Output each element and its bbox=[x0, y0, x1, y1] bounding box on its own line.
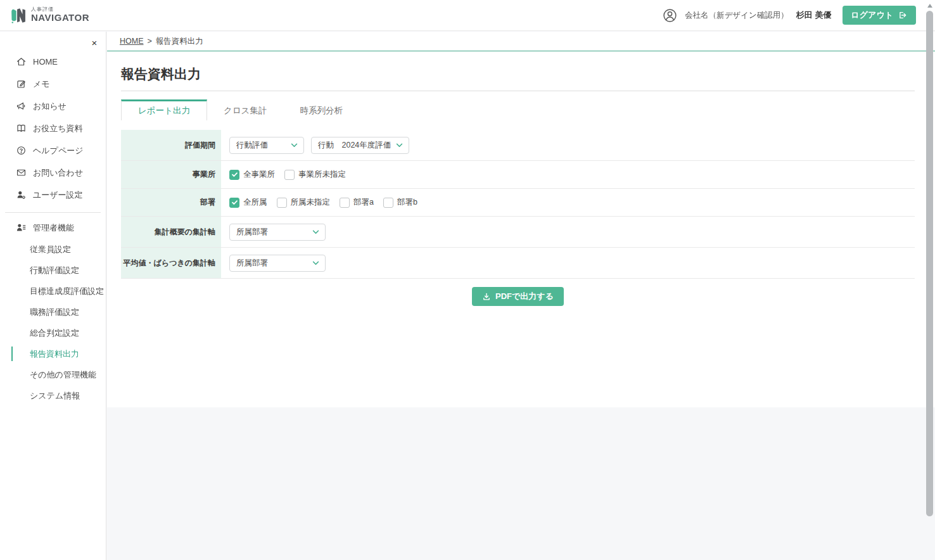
checkbox-icon bbox=[229, 170, 239, 180]
breadcrumb-separator: > bbox=[148, 37, 152, 46]
tab-label: クロス集計 bbox=[224, 105, 267, 117]
evaluation-period-select[interactable]: 行動 2024年度評価 bbox=[311, 137, 409, 154]
checkbox-all-offices[interactable]: 全事業所 bbox=[229, 169, 275, 180]
page-title: 報告資料出力 bbox=[121, 51, 915, 91]
sidebar-item-resources[interactable]: お役立ち資料 bbox=[0, 117, 106, 139]
tab-bar: レポート出力 クロス集計 時系列分析 bbox=[121, 99, 915, 120]
sidebar-item-label: 職務評価設定 bbox=[30, 307, 79, 318]
download-icon bbox=[482, 292, 491, 301]
pdf-export-button[interactable]: PDFで出力する bbox=[472, 287, 564, 306]
mail-icon bbox=[16, 167, 27, 178]
field-label: 評価期間 bbox=[121, 130, 221, 160]
user-avatar-icon bbox=[663, 8, 677, 23]
tab-time-series-analysis[interactable]: 時系列分析 bbox=[283, 99, 359, 120]
logout-label: ログアウト bbox=[851, 10, 893, 21]
sidebar-divider bbox=[5, 212, 101, 213]
scroll-up-arrow-icon[interactable] bbox=[927, 4, 932, 8]
app-logo[interactable]: 人事評価 NAVIGATOR bbox=[9, 6, 89, 25]
chevron-down-icon bbox=[291, 143, 298, 148]
checkbox-label: 部署a bbox=[353, 197, 374, 208]
logout-button[interactable]: ログアウト bbox=[843, 6, 916, 25]
sidebar-item-label: 従業員設定 bbox=[30, 244, 71, 255]
home-icon bbox=[16, 56, 27, 67]
check-icon bbox=[231, 171, 238, 178]
field-label: 事業所 bbox=[121, 161, 221, 188]
sidebar-item-contact[interactable]: お問い合わせ bbox=[0, 162, 106, 184]
tab-cross-tabulation[interactable]: クロス集計 bbox=[207, 99, 283, 120]
sidebar-item-employee-settings[interactable]: 従業員設定 bbox=[0, 239, 106, 260]
sidebar-item-label: お知らせ bbox=[33, 101, 67, 112]
sidebar-item-label: お役立ち資料 bbox=[33, 123, 83, 134]
sidebar-item-label: 管理者機能 bbox=[33, 222, 74, 234]
admin-person-list-icon bbox=[16, 222, 27, 233]
checkbox-label: 全事業所 bbox=[243, 169, 275, 180]
select-value: 所属部署 bbox=[236, 258, 268, 269]
sidebar-item-notices[interactable]: お知らせ bbox=[0, 95, 106, 117]
scrollbar[interactable] bbox=[926, 0, 934, 560]
sidebar-item-label: メモ bbox=[33, 79, 50, 90]
sidebar-item-label: HOME bbox=[33, 57, 58, 67]
book-icon bbox=[16, 123, 27, 134]
user-gear-icon bbox=[16, 189, 27, 200]
sidebar-item-memo[interactable]: メモ bbox=[0, 73, 106, 95]
evaluation-type-select[interactable]: 行動評価 bbox=[229, 137, 304, 154]
tab-report-output[interactable]: レポート出力 bbox=[121, 99, 207, 120]
checkbox-label: 全所属 bbox=[243, 197, 267, 208]
form-row-office: 事業所 全事業所 事業所未指定 bbox=[121, 161, 915, 189]
average-variance-axis-select[interactable]: 所属部署 bbox=[229, 255, 326, 272]
chevron-down-icon bbox=[396, 143, 403, 148]
sidebar-item-label: お問い合わせ bbox=[33, 167, 83, 179]
sidebar-item-other-admin-functions[interactable]: その他の管理機能 bbox=[0, 364, 106, 385]
sidebar-item-system-info[interactable]: システム情報 bbox=[0, 385, 106, 406]
sidebar-item-label: 報告資料出力 bbox=[30, 348, 79, 360]
sidebar: × HOME メモ お知らせ お役立ち資料 bbox=[0, 32, 106, 560]
sidebar-close-button[interactable]: × bbox=[87, 35, 102, 50]
field-label: 部署 bbox=[121, 189, 221, 216]
content-card: 報告資料出力 レポート出力 クロス集計 時系列分析 評価期間 行動評価 行動 2… bbox=[107, 51, 935, 407]
sidebar-item-report-output[interactable]: 報告資料出力 bbox=[0, 343, 106, 364]
sidebar-item-user-settings[interactable]: ユーザー設定 bbox=[0, 184, 106, 206]
sidebar-item-label: システム情報 bbox=[30, 390, 80, 402]
field-label: 集計概要の集計軸 bbox=[121, 217, 221, 247]
logo-title: NAVIGATOR bbox=[31, 13, 89, 23]
checkbox-icon bbox=[383, 198, 393, 208]
breadcrumb-current: 報告資料出力 bbox=[156, 36, 203, 47]
select-value: 行動 2024年度評価 bbox=[318, 140, 391, 151]
tab-label: 時系列分析 bbox=[300, 105, 343, 117]
form-row-evaluation-period: 評価期間 行動評価 行動 2024年度評価 bbox=[121, 130, 915, 161]
field-label: 平均値・ばらつきの集計軸 bbox=[121, 248, 221, 278]
form-row-average-variance-axis: 平均値・ばらつきの集計軸 所属部署 bbox=[121, 248, 915, 279]
checkbox-icon bbox=[340, 198, 350, 208]
form-row-summary-axis: 集計概要の集計軸 所属部署 bbox=[121, 217, 915, 248]
checkbox-icon bbox=[229, 198, 239, 208]
checkbox-department-a[interactable]: 部署a bbox=[340, 197, 374, 208]
breadcrumb: HOME > 報告資料出力 bbox=[107, 32, 935, 51]
checkbox-office-unspecified[interactable]: 事業所未指定 bbox=[284, 169, 346, 180]
sidebar-item-help[interactable]: ヘルプページ bbox=[0, 139, 106, 162]
sidebar-item-label: ユーザー設定 bbox=[33, 189, 83, 201]
chevron-down-icon bbox=[312, 230, 319, 234]
sidebar-item-home[interactable]: HOME bbox=[0, 51, 106, 73]
tab-label: レポート出力 bbox=[138, 105, 190, 117]
sidebar-item-admin-functions[interactable]: 管理者機能 bbox=[0, 217, 106, 239]
sidebar-item-job-eval-settings[interactable]: 職務評価設定 bbox=[0, 302, 106, 322]
breadcrumb-home-link[interactable]: HOME bbox=[120, 37, 144, 46]
memo-icon bbox=[16, 79, 27, 89]
checkbox-all-departments[interactable]: 全所属 bbox=[229, 197, 267, 208]
scrollbar-thumb[interactable] bbox=[926, 11, 933, 516]
checkbox-label: 事業所未指定 bbox=[298, 169, 346, 180]
sidebar-item-goal-achievement-settings[interactable]: 目標達成度評価設定 bbox=[0, 281, 106, 302]
checkbox-department-b[interactable]: 部署b bbox=[383, 197, 417, 208]
sidebar-item-overall-judgment-settings[interactable]: 総合判定設定 bbox=[0, 322, 106, 343]
checkbox-label: 所属未指定 bbox=[291, 197, 331, 208]
sidebar-item-label: その他の管理機能 bbox=[30, 369, 96, 381]
checkbox-department-unspecified[interactable]: 所属未指定 bbox=[277, 197, 331, 208]
checkbox-icon bbox=[284, 170, 295, 180]
report-form: 評価期間 行動評価 行動 2024年度評価 事業所 bbox=[121, 130, 915, 279]
summary-axis-select[interactable]: 所属部署 bbox=[229, 224, 326, 241]
help-icon bbox=[16, 145, 27, 156]
sidebar-item-behavior-eval-settings[interactable]: 行動評価設定 bbox=[0, 260, 106, 281]
select-value: 所属部署 bbox=[236, 227, 268, 238]
app-header: 人事評価 NAVIGATOR 会社名（新デザイン確認用） 杉田 美優 ログアウト bbox=[0, 0, 935, 31]
sidebar-item-label: 総合判定設定 bbox=[30, 328, 79, 339]
